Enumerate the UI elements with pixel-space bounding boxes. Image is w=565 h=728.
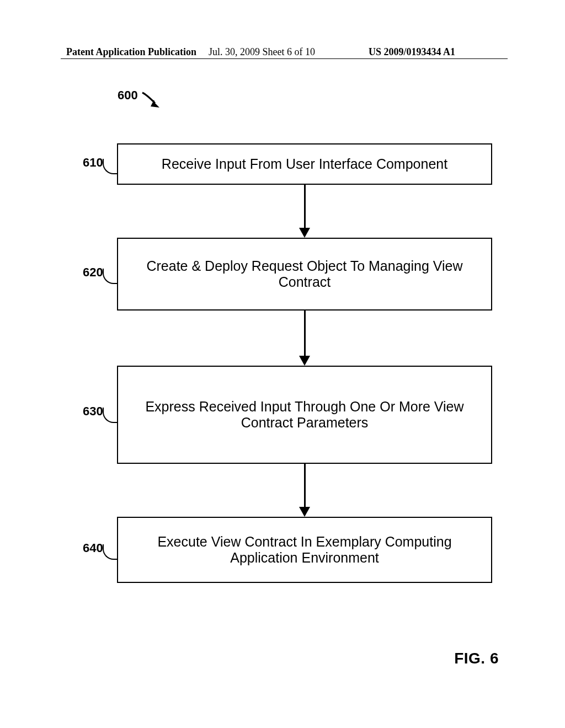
figure-caption: FIG. 6 — [454, 650, 499, 667]
step-label: 640 — [83, 541, 103, 555]
label-connector-icon — [103, 408, 118, 423]
step-label: 630 — [83, 404, 103, 419]
step-text: Execute View Contract In Exemplary Compu… — [131, 534, 478, 566]
step-label: 620 — [83, 265, 103, 280]
label-connector-icon — [103, 159, 118, 174]
flow-step-630: 630 Express Received Input Through One O… — [86, 366, 492, 464]
label-connector-icon — [103, 544, 118, 560]
step-box: Create & Deploy Request Object To Managi… — [117, 238, 492, 311]
flow-arrow — [86, 185, 492, 238]
step-text: Express Received Input Through One Or Mo… — [131, 399, 478, 431]
diagram-number-label: 600 — [118, 88, 138, 103]
header-divider — [61, 58, 508, 59]
diagram-pointer-arrow-icon — [140, 90, 167, 117]
header-center-text: Jul. 30, 2009 Sheet 6 of 10 — [209, 46, 315, 58]
step-text: Create & Deploy Request Object To Managi… — [131, 258, 478, 290]
flow-arrow — [86, 464, 492, 517]
flowchart: 610 Receive Input From User Interface Co… — [86, 143, 492, 583]
header-right-text: US 2009/0193434 A1 — [369, 46, 455, 58]
label-connector-icon — [103, 269, 118, 284]
step-box: Receive Input From User Interface Compon… — [117, 143, 492, 185]
flow-step-640: 640 Execute View Contract In Exemplary C… — [86, 517, 492, 583]
step-box: Execute View Contract In Exemplary Compu… — [117, 517, 492, 583]
step-text: Receive Input From User Interface Compon… — [162, 156, 447, 172]
header-left-text: Patent Application Publication — [66, 46, 196, 58]
flow-step-620: 620 Create & Deploy Request Object To Ma… — [86, 238, 492, 311]
step-box: Express Received Input Through One Or Mo… — [117, 366, 492, 464]
flow-step-610: 610 Receive Input From User Interface Co… — [86, 143, 492, 185]
flow-arrow — [86, 311, 492, 366]
step-label: 610 — [83, 156, 103, 170]
